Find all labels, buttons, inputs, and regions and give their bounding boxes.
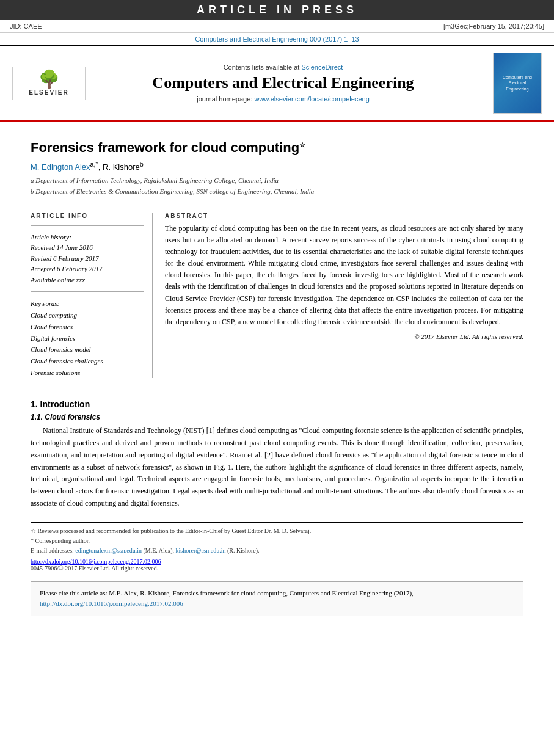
journal-homepage-line: journal homepage: www.elsevier.com/locat… xyxy=(86,95,481,103)
citation-doi-link[interactable]: http://dx.doi.org/10.1016/j.compeleceng.… xyxy=(40,600,183,607)
journal-ref-text: Computers and Electrical Engineering 000… xyxy=(195,35,359,43)
star-note-text: Reviews processed and recommended for pu… xyxy=(38,528,312,534)
issn-line: 0045-7906/© 2017 Elsevier Ltd. All right… xyxy=(31,565,523,572)
section-1-introduction: 1. Introduction 1.1. Cloud forensics Nat… xyxy=(31,399,523,510)
author-kishore: , R. Kishore xyxy=(98,162,140,172)
main-content: Forensics framework for cloud computing☆… xyxy=(0,122,554,628)
keyword-2: Cloud forensics xyxy=(31,321,144,333)
affiliation-b: b Department of Electronics & Communicat… xyxy=(31,186,523,197)
title-star: ☆ xyxy=(299,141,305,148)
author-kishore-super: b xyxy=(140,161,144,168)
footer-notes: ☆ Reviews processed and recommended for … xyxy=(31,522,523,572)
email2-link[interactable]: kishorer@ssn.edu.in xyxy=(176,547,226,554)
email1-name: (M.E. Alex), xyxy=(143,547,174,554)
accepted-date: Accepted 6 February 2017 xyxy=(31,264,144,275)
citation-box: Please cite this article as: M.E. Alex, … xyxy=(31,581,523,616)
journal-title-center: Contents lists available at ScienceDirec… xyxy=(86,64,481,102)
email-note: E-mail addresses: edingtonalexm@ssn.edu.… xyxy=(31,546,523,556)
section-1-number: 1. xyxy=(31,399,38,409)
affiliations: a Department of Information Technology, … xyxy=(31,175,523,197)
email1-link[interactable]: edingtonalexm@ssn.edu.in xyxy=(75,547,142,554)
article-title-text: Forensics framework for cloud computing xyxy=(31,140,299,155)
subsection-name: Cloud forensics xyxy=(45,413,100,421)
divider-2 xyxy=(31,388,523,388)
jid-line: JID: CAEE [m3Gec;February 15, 2017;20:45… xyxy=(0,20,554,33)
divider-1 xyxy=(31,206,523,206)
abstract-text: The popularity of cloud computing has be… xyxy=(165,223,523,329)
journal-header: 🌳 ELSEVIER Contents lists available at S… xyxy=(0,46,554,122)
subsection-number: 1.1. xyxy=(31,413,43,421)
doi-link-line: http://dx.doi.org/10.1016/j.compeleceng.… xyxy=(31,558,523,565)
article-title: Forensics framework for cloud computing☆ xyxy=(31,140,523,156)
corresponding-author-note: * Corresponding author. xyxy=(31,536,523,546)
keyword-6: Forensic solutions xyxy=(31,367,144,379)
contents-available-line: Contents lists available at ScienceDirec… xyxy=(86,64,481,71)
journal-cover-image: Computers andElectricalEngineering xyxy=(493,53,542,114)
info-divider xyxy=(31,225,144,226)
keyword-1: Cloud computing xyxy=(31,310,144,321)
homepage-link[interactable]: www.elsevier.com/locate/compeleceng xyxy=(254,95,369,103)
keyword-5: Cloud forensics challenges xyxy=(31,355,144,367)
article-info-heading: ARTICLE INFO xyxy=(31,213,144,219)
author-alex-super: a,* xyxy=(90,161,98,168)
authors-line: M. Edington Alexa,*, R. Kishoreb xyxy=(31,161,523,172)
affiliation-a: a Department of Information Technology, … xyxy=(31,175,523,186)
citation-text: Please cite this article as: M.E. Alex, … xyxy=(40,589,414,597)
subsection-1-1-title: 1.1. Cloud forensics xyxy=(31,413,523,421)
sciencedirect-link[interactable]: ScienceDirect xyxy=(301,64,343,71)
elsevier-brand: ELSEVIER xyxy=(16,89,81,96)
star-footnote: ☆ Reviews processed and recommended for … xyxy=(31,526,523,536)
keywords-label: Keywords: xyxy=(31,298,144,310)
abstract-column: ABSTRACT The popularity of cloud computi… xyxy=(165,213,523,379)
section-1-paragraph: National Institute of Standards and Tech… xyxy=(31,425,523,510)
article-info-column: ARTICLE INFO Article history: Received 1… xyxy=(31,213,153,379)
author-alex-link[interactable]: M. Edington Alex xyxy=(31,162,90,172)
email2-name: (R. Kishore). xyxy=(227,547,260,554)
cover-text: Computers andElectricalEngineering xyxy=(503,75,532,91)
homepage-label: journal homepage: xyxy=(197,95,252,103)
jid-left: JID: CAEE xyxy=(10,23,42,30)
elsevier-tree-icon: 🌳 xyxy=(16,71,81,88)
section-1-name: Introduction xyxy=(40,399,90,409)
history-label: Article history: xyxy=(31,232,144,243)
revised-date: Revised 6 February 2017 xyxy=(31,253,144,264)
available-online: Available online xxx xyxy=(31,275,144,286)
received-date: Received 14 June 2016 xyxy=(31,242,144,253)
journal-ref-line: Computers and Electrical Engineering 000… xyxy=(0,33,554,46)
keyword-3: Digital forensics xyxy=(31,333,144,344)
article-history: Article history: Received 14 June 2016 R… xyxy=(31,232,144,286)
jid-right: [m3Gec;February 15, 2017;20:45] xyxy=(443,23,544,30)
contents-label: Contents lists available at xyxy=(224,64,300,71)
article-in-press-banner: ARTICLE IN PRESS xyxy=(0,0,554,20)
keywords-section: Keywords: Cloud computing Cloud forensic… xyxy=(31,298,144,378)
keywords-divider xyxy=(31,291,144,292)
journal-main-title: Computers and Electrical Engineering xyxy=(86,73,481,92)
keyword-4: Cloud forensics model xyxy=(31,344,144,355)
copyright-line: © 2017 Elsevier Ltd. All rights reserved… xyxy=(165,333,523,340)
doi-link[interactable]: http://dx.doi.org/10.1016/j.compeleceng.… xyxy=(31,558,161,565)
section-1-title: 1. Introduction xyxy=(31,399,523,409)
star-symbol: ☆ xyxy=(31,528,38,534)
email-label: E-mail addresses: xyxy=(31,547,74,554)
elsevier-logo: 🌳 ELSEVIER xyxy=(12,67,86,100)
abstract-heading: ABSTRACT xyxy=(165,213,523,219)
info-abstract-columns: ARTICLE INFO Article history: Received 1… xyxy=(31,213,523,379)
